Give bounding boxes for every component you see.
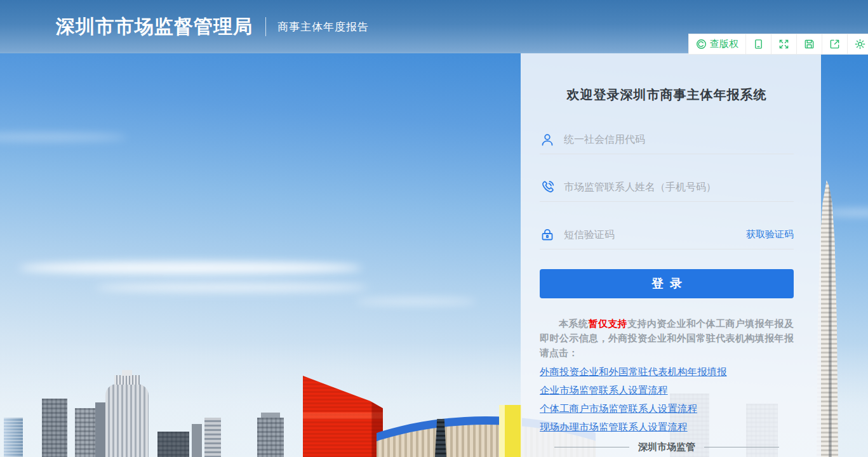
copyright-check-button[interactable]: 查版权 <box>689 34 746 54</box>
login-button[interactable]: 登录 <box>540 269 794 298</box>
copyright-icon <box>696 39 707 50</box>
help-links: 外商投资企业和外国常驻代表机构年报填报 企业市场监管联系人设置流程 个体工商户市… <box>540 366 794 434</box>
link-enterprise-contact-setup[interactable]: 企业市场监管联系人设置流程 <box>540 384 794 397</box>
site-subtitle: 商事主体年度报告 <box>277 20 369 34</box>
lock-icon <box>540 227 555 242</box>
building-yellow-block <box>499 405 522 457</box>
credit-code-input[interactable] <box>564 134 794 145</box>
panel-title: 欢迎登录深圳市商事主体年报系统 <box>540 86 794 103</box>
mobile-view-icon <box>753 39 764 50</box>
contact-name-field <box>540 173 794 202</box>
notice-prefix: 本系统 <box>559 318 588 329</box>
get-code-link[interactable]: 获取验证码 <box>746 228 794 241</box>
credit-code-field <box>540 125 794 154</box>
building-gray-tower-2 <box>75 408 97 457</box>
save-icon <box>804 39 815 50</box>
sms-code-field: 获取验证码 <box>540 220 794 249</box>
phone-icon <box>540 180 555 195</box>
user-icon <box>540 132 555 147</box>
mobile-view-button[interactable] <box>746 34 771 54</box>
cloud <box>19 262 362 274</box>
cloud <box>95 283 368 292</box>
settings-icon <box>855 39 865 50</box>
sms-code-input[interactable] <box>564 229 737 241</box>
building-dark-block <box>157 432 189 457</box>
building-striped-tower <box>204 418 221 457</box>
footer-label: 深圳市场监管 <box>638 441 695 453</box>
accessibility-toolbar: 查版权 <box>688 34 868 55</box>
footer-divider-right <box>704 447 779 447</box>
settings-button[interactable] <box>848 34 868 54</box>
footer-divider-left <box>554 447 629 447</box>
link-onsite-contact-setup[interactable]: 现场办理市场监管联系人设置流程 <box>540 421 794 434</box>
building-crown-tower <box>105 384 149 457</box>
fullscreen-button[interactable] <box>771 34 797 54</box>
copyright-label: 查版权 <box>710 38 738 50</box>
panel-footer: 深圳市场监管 <box>540 441 794 453</box>
fullscreen-icon <box>778 39 789 50</box>
notice-text: 本系统暂仅支持支持内资企业和个体工商户填报年报及即时公示信息，外商投资企业和外国… <box>540 316 794 360</box>
building-dark-sliver <box>192 424 202 457</box>
building-mid-tower <box>257 418 284 457</box>
login-panel: 欢迎登录深圳市商事主体年报系统 获取验证码 <box>521 53 821 457</box>
building-gray-tower-1 <box>42 399 67 457</box>
title-divider <box>265 17 266 36</box>
cloud <box>356 298 476 305</box>
save-button[interactable] <box>797 34 822 54</box>
notice-highlight: 暂仅支持 <box>588 318 627 329</box>
contact-name-input[interactable] <box>564 182 794 193</box>
site-title: 深圳市市场监督管理局 <box>56 14 253 40</box>
link-individual-contact-setup[interactable]: 个体工商户市场监管联系人设置流程 <box>540 402 794 415</box>
cloud <box>0 133 127 141</box>
building-glass-tower <box>4 418 23 457</box>
share-button[interactable] <box>822 34 848 54</box>
share-icon <box>829 39 840 50</box>
link-foreign-annual-report[interactable]: 外商投资企业和外国常驻代表机构年报填报 <box>540 366 794 378</box>
page: 深圳市市场监督管理局 商事主体年度报告 查版权 <box>0 0 868 457</box>
